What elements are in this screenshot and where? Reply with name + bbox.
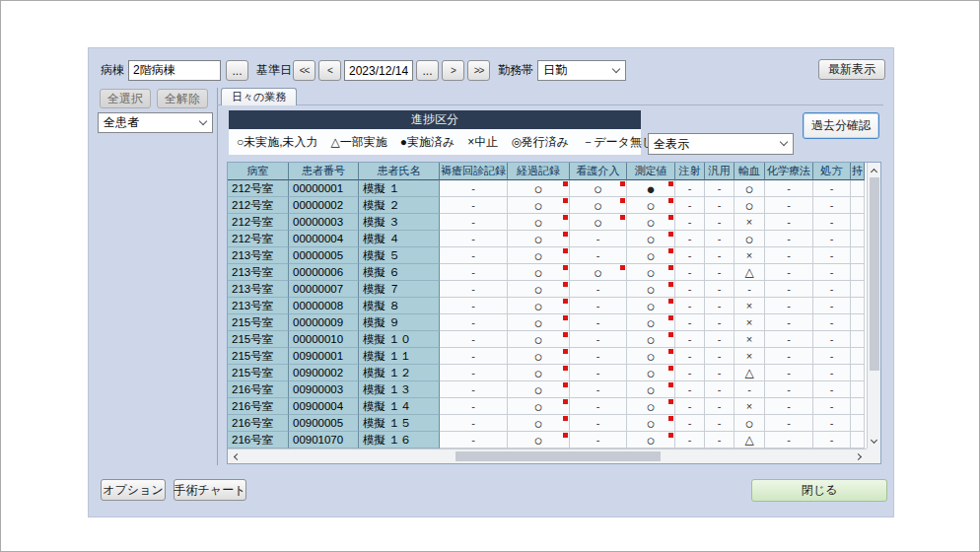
status-cell[interactable]: - [705,415,735,432]
table-row[interactable]: 215号室00000010模擬 １０-○-○--×-- [228,331,865,348]
date-prev-fast-button[interactable]: << [293,60,315,81]
status-cell[interactable]: ○ [627,432,675,448]
status-cell[interactable]: ○ [735,180,765,197]
status-cell[interactable] [851,432,865,448]
status-cell[interactable]: - [765,381,813,398]
status-cell[interactable]: × [735,298,765,314]
status-cell[interactable]: - [705,432,735,448]
status-cell[interactable]: ○ [508,298,570,314]
status-cell[interactable] [851,197,865,214]
status-cell[interactable]: ○ [735,231,765,247]
status-cell[interactable]: △ [735,432,765,448]
options-button[interactable]: オプション [101,479,166,501]
status-cell[interactable]: - [440,398,508,415]
table-row[interactable]: 216号室00900005模擬 １５-○-○--○-- [228,415,865,432]
status-cell[interactable] [851,314,865,331]
status-cell[interactable]: - [440,180,508,197]
status-cell[interactable]: × [735,398,765,415]
horizontal-scrollbar[interactable] [228,448,867,463]
date-next-button[interactable]: > [442,60,464,81]
status-cell[interactable]: - [813,331,851,348]
status-cell[interactable]: - [765,197,813,214]
status-cell[interactable]: - [440,231,508,247]
status-cell[interactable]: - [813,398,851,415]
scroll-left-button[interactable] [228,449,243,463]
status-cell[interactable]: - [813,180,851,197]
status-cell[interactable]: - [440,381,508,398]
status-cell[interactable]: - [440,247,508,264]
table-row[interactable]: 215号室00000009模擬 ９-○-○--×-- [228,314,865,331]
status-cell[interactable]: - [735,381,765,398]
date-prev-button[interactable]: < [318,60,341,81]
status-cell[interactable] [851,281,865,298]
status-cell[interactable]: - [765,264,813,281]
status-cell[interactable]: - [765,281,813,298]
status-cell[interactable]: - [705,197,735,214]
status-cell[interactable]: - [440,197,508,214]
status-cell[interactable]: ○ [508,231,570,247]
table-row[interactable]: 212号室00000003模擬 ３-○○○--×-- [228,214,865,231]
column-header[interactable]: 化学療法 [765,163,813,180]
status-cell[interactable] [851,247,865,264]
status-cell[interactable]: ○ [508,381,570,398]
column-header[interactable]: 持 [851,163,865,180]
scroll-down-button[interactable] [868,434,880,448]
status-cell[interactable]: ● [627,180,675,197]
status-cell[interactable]: - [705,381,735,398]
column-header[interactable]: 経過記録 [508,163,570,180]
status-cell[interactable]: - [765,314,813,331]
status-cell[interactable]: - [705,231,735,247]
status-cell[interactable]: ○ [508,432,570,448]
status-cell[interactable]: ○ [508,197,570,214]
display-filter-select[interactable]: 全表示 [648,133,794,155]
table-row[interactable]: 213号室00000005模擬 ５-○-○--×-- [228,247,865,264]
status-cell[interactable]: - [570,298,627,314]
status-cell[interactable]: - [570,432,627,448]
status-cell[interactable]: - [570,365,627,381]
status-cell[interactable]: - [675,365,705,381]
status-cell[interactable]: × [735,247,765,264]
status-cell[interactable]: × [735,348,765,365]
status-cell[interactable] [851,365,865,381]
status-cell[interactable]: ○ [508,314,570,331]
status-cell[interactable]: - [705,398,735,415]
status-cell[interactable]: - [675,231,705,247]
status-cell[interactable]: ○ [627,214,675,231]
status-cell[interactable]: - [765,331,813,348]
status-cell[interactable] [851,180,865,197]
status-cell[interactable]: - [570,281,627,298]
refresh-button[interactable]: 最新表示 [818,59,885,80]
table-row[interactable]: 215号室00900001模擬 １１-○-○--×-- [228,348,865,365]
column-header[interactable]: 褥瘡回診記録 [440,163,508,180]
vertical-scroll-thumb[interactable] [870,177,879,371]
status-cell[interactable]: ○ [627,231,675,247]
status-cell[interactable]: ○ [570,180,627,197]
status-cell[interactable]: ○ [627,348,675,365]
column-header[interactable]: 汎用 [705,163,735,180]
table-row[interactable]: 213号室00000008模擬 ８-○-○--×-- [228,298,865,314]
tab-daily-tasks[interactable]: 日々の業務 [221,88,297,105]
column-header[interactable]: 注射 [675,163,705,180]
status-cell[interactable]: × [735,214,765,231]
status-cell[interactable]: - [440,365,508,381]
status-cell[interactable]: ○ [508,180,570,197]
status-cell[interactable]: ○ [508,415,570,432]
status-cell[interactable]: - [813,231,851,247]
status-cell[interactable]: - [675,298,705,314]
select-all-button[interactable]: 全選択 [100,89,151,108]
status-cell[interactable]: ○ [570,214,627,231]
status-cell[interactable]: - [675,180,705,197]
status-cell[interactable]: ○ [627,314,675,331]
status-cell[interactable]: ○ [508,398,570,415]
deselect-all-button[interactable]: 全解除 [157,89,208,108]
status-cell[interactable] [851,298,865,314]
status-cell[interactable]: ○ [627,381,675,398]
status-cell[interactable]: - [813,298,851,314]
scroll-up-button[interactable] [868,163,880,177]
column-header[interactable]: 患者氏名 [359,163,440,180]
status-cell[interactable] [851,214,865,231]
status-cell[interactable]: - [813,247,851,264]
status-cell[interactable]: ○ [627,281,675,298]
table-row[interactable]: 215号室00900002模擬 １２-○-○--△-- [228,365,865,381]
status-cell[interactable]: - [440,432,508,448]
